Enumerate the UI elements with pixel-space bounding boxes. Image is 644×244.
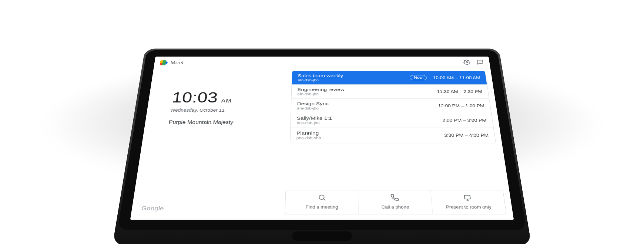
meeting-time: 3:30 PM – 4:00 PM — [444, 133, 489, 138]
action-label: Find a meeting — [306, 205, 338, 210]
find-meeting-button[interactable]: Find a meeting — [285, 190, 358, 214]
feedback-button[interactable] — [476, 60, 484, 66]
meeting-time: 11:30 AM – 2:30 PM — [437, 89, 483, 94]
screen: Meet — [130, 57, 514, 220]
meeting-list: Sales team weeklyafc-dsb-jboNow10:00 AM … — [290, 71, 496, 143]
clock-ampm: AM — [221, 98, 232, 104]
meeting-title: Design Sync — [297, 101, 438, 106]
action-label: Call a phone — [381, 205, 409, 210]
feedback-icon — [476, 60, 484, 66]
settings-button[interactable] — [463, 60, 471, 66]
action-label: Present to room only — [446, 205, 492, 210]
action-bar: Find a meeting Call a phone Present to r… — [285, 190, 506, 214]
meeting-title: Planning — [296, 131, 444, 136]
svg-point-0 — [466, 62, 468, 63]
gear-icon — [463, 60, 471, 66]
meet-logo: Meet — [160, 60, 184, 66]
clock-date: Wednesday, October 11 — [170, 108, 284, 113]
phone-icon — [390, 194, 399, 203]
clock-panel: 10:03 AM Wednesday, October 11 Purple Mo… — [141, 71, 285, 190]
present-icon — [463, 194, 472, 203]
google-wordmark: Google — [137, 205, 164, 214]
meeting-code: afc-dsb-jbo — [297, 92, 437, 96]
meeting-code: pna-dsb-shb — [296, 136, 445, 140]
now-badge: Now — [410, 75, 427, 80]
meeting-code: bca-dsb-jbo — [296, 121, 443, 125]
svg-rect-5 — [464, 195, 471, 199]
svg-line-4 — [323, 199, 325, 200]
meeting-row[interactable]: Sally/Mike 1:1bca-dsb-jbo2:00 PM – 3:00 … — [291, 113, 493, 128]
meeting-title: Sales team weekly — [298, 73, 410, 78]
meeting-code: afa-dsb-jbo — [297, 106, 439, 111]
svg-point-3 — [319, 195, 324, 199]
meet-logo-icon — [160, 60, 168, 65]
search-icon — [318, 194, 326, 203]
top-bar: Meet — [154, 57, 490, 68]
meeting-time: 2:00 PM – 3:00 PM — [442, 118, 487, 123]
present-button[interactable]: Present to room only — [430, 190, 506, 214]
meeting-row[interactable]: Design Syncafa-dsb-jbo12:00 PM – 1:00 PM — [291, 98, 491, 113]
room-name: Purple Mountain Majesty — [168, 120, 283, 125]
clock-time: 10:03 — [171, 89, 219, 106]
call-phone-button[interactable]: Call a phone — [358, 190, 432, 214]
meeting-time: 10:00 AM – 11:00 AM — [433, 75, 480, 80]
meeting-title: Engineering review — [297, 87, 437, 92]
meeting-row[interactable]: Sales team weeklyafc-dsb-jboNow10:00 AM … — [292, 71, 487, 84]
meeting-time: 12:00 PM – 1:00 PM — [438, 104, 484, 108]
meeting-row[interactable]: Planningpna-dsb-shb3:30 PM – 4:00 PM — [290, 128, 496, 143]
svg-point-2 — [480, 62, 480, 63]
app-name: Meet — [170, 60, 184, 66]
meeting-title: Sally/Mike 1:1 — [297, 115, 443, 121]
tablet-device: Meet — [117, 50, 527, 230]
meeting-row[interactable]: Engineering reviewafc-dsb-jbo11:30 AM – … — [292, 84, 489, 98]
meeting-code: afc-dsb-jbo — [298, 78, 410, 82]
